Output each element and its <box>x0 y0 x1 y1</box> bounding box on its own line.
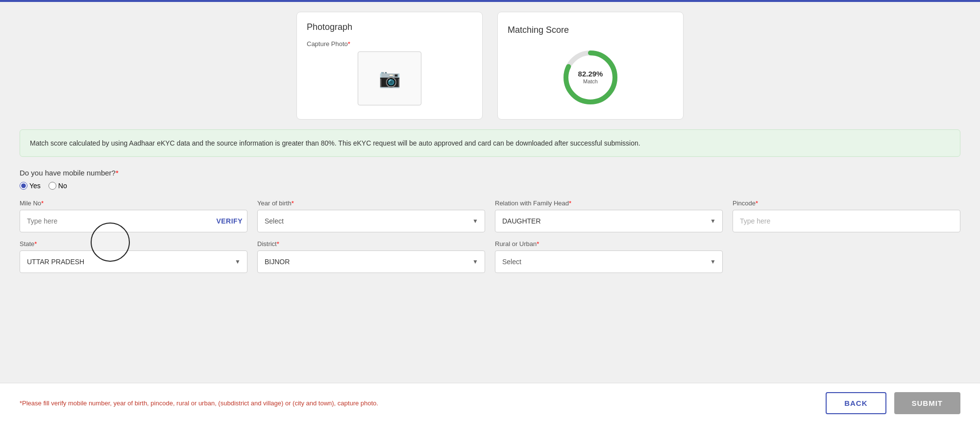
state-select[interactable]: UTTAR PRADESH DELHI MAHARASHTRA KARNATAK… <box>20 250 247 273</box>
mobile-field: Mile No* VERIFY <box>20 199 247 232</box>
pincode-field: Pincode* <box>733 199 960 232</box>
year-select-wrap: Select 2000 1999 1990 1985 ▼ <box>257 210 485 232</box>
relation-select-wrap: DAUGHTER SON WIFE HUSBAND FATHER MOTHER … <box>495 210 723 232</box>
year-of-birth-label: Year of birth* <box>257 199 485 207</box>
form-section: Do you have mobile number?* Yes No Mile … <box>20 169 960 291</box>
year-of-birth-field: Year of birth* Select 2000 1999 1990 198… <box>257 199 485 232</box>
photo-capture-box[interactable]: 📷 <box>358 51 421 105</box>
radio-no-input[interactable] <box>49 182 56 190</box>
pincode-label: Pincode* <box>733 199 960 207</box>
donut-chart: 82.29% Match <box>561 48 620 107</box>
pincode-input[interactable] <box>733 210 960 232</box>
footer-bar: *Please fill verify mobile number, year … <box>0 383 980 423</box>
mobile-label: Mile No* <box>20 199 247 207</box>
rural-urban-select[interactable]: Select Rural Urban <box>495 250 723 273</box>
donut-label: 82.29% Match <box>578 70 603 85</box>
camera-icon: 📷 <box>379 68 401 89</box>
relation-label: Relation with Family Head* <box>495 199 723 207</box>
submit-button[interactable]: SUBMIT <box>894 392 961 414</box>
district-field: District* BIJNOR MEERUT AGRA LUCKNOW ▼ <box>257 240 485 273</box>
matching-score-card: Matching Score 82.29% Match <box>497 12 684 120</box>
rural-urban-select-wrap: Select Rural Urban ▼ <box>495 250 723 273</box>
district-label: District* <box>257 240 485 248</box>
radio-yes[interactable]: Yes <box>20 182 41 190</box>
state-field: State* UTTAR PRADESH DELHI MAHARASHTRA K… <box>20 240 247 273</box>
capture-photo-label: Capture Photo* <box>307 40 350 48</box>
district-select-wrap: BIJNOR MEERUT AGRA LUCKNOW ▼ <box>257 250 485 273</box>
state-select-wrap: UTTAR PRADESH DELHI MAHARASHTRA KARNATAK… <box>20 250 247 273</box>
back-button[interactable]: BACK <box>826 392 886 414</box>
radio-group: Yes No <box>20 182 960 190</box>
relation-field: Relation with Family Head* DAUGHTER SON … <box>495 199 723 232</box>
radio-no[interactable]: No <box>49 182 67 190</box>
footer-buttons: BACK SUBMIT <box>826 392 960 414</box>
validation-message: *Please fill verify mobile number, year … <box>20 399 378 407</box>
year-select[interactable]: Select 2000 1999 1990 1985 <box>257 210 485 232</box>
mobile-input-wrap: VERIFY <box>20 210 247 232</box>
form-row-1: Mile No* VERIFY Year of birth* Select <box>20 199 960 232</box>
photograph-card: Photograph Capture Photo* 📷 <box>296 12 483 120</box>
relation-select[interactable]: DAUGHTER SON WIFE HUSBAND FATHER MOTHER <box>495 210 723 232</box>
mobile-question: Do you have mobile number?* <box>20 169 960 177</box>
form-row-2: State* UTTAR PRADESH DELHI MAHARASHTRA K… <box>20 240 960 273</box>
mobile-input[interactable] <box>20 210 247 232</box>
verify-button[interactable]: VERIFY <box>216 217 243 225</box>
info-box: Match score calculated by using Aadhaar … <box>20 129 960 157</box>
district-select[interactable]: BIJNOR MEERUT AGRA LUCKNOW <box>257 250 485 273</box>
state-label: State* <box>20 240 247 248</box>
top-cards-row: Photograph Capture Photo* 📷 Matching Sco… <box>20 12 960 120</box>
matching-score-title: Matching Score <box>508 25 569 35</box>
radio-yes-input[interactable] <box>20 182 27 190</box>
rural-urban-field: Rural or Urban* Select Rural Urban ▼ <box>495 240 723 273</box>
photograph-title: Photograph <box>307 22 352 32</box>
rural-urban-label: Rural or Urban* <box>495 240 723 248</box>
